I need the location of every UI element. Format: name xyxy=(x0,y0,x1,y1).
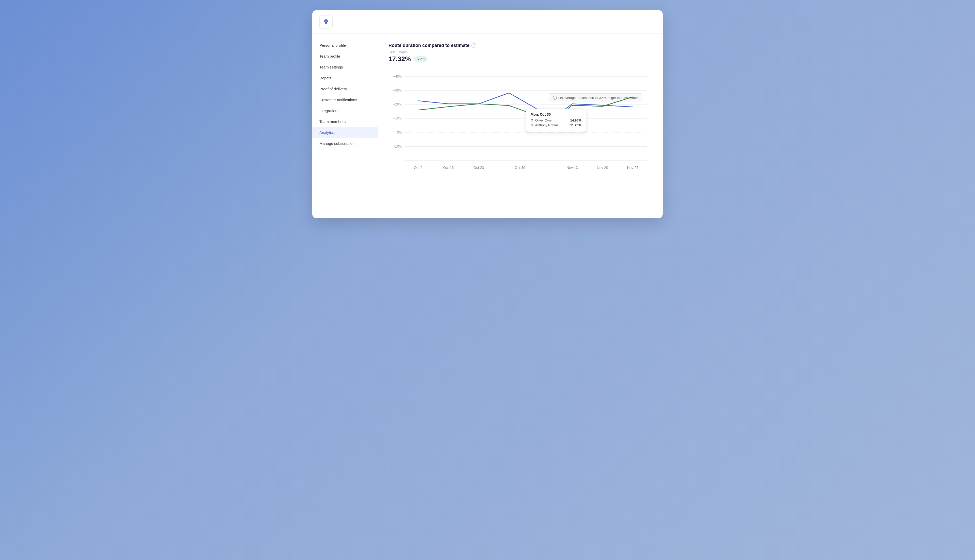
sidebar-item-team-profile[interactable]: Team profile xyxy=(312,51,378,62)
tooltip-name-green: Anthony Robins xyxy=(535,123,568,127)
green-line xyxy=(418,97,633,121)
sidebar-item-depots[interactable]: Depots xyxy=(312,73,378,83)
sidebar-item-manage-subscription[interactable]: Manage subscription xyxy=(312,138,378,149)
metric-badge: ↘ 2% xyxy=(414,56,427,62)
svg-text:Nov 27: Nov 27 xyxy=(627,166,639,170)
svg-text:Nov 13: Nov 13 xyxy=(567,166,578,170)
metric-value: 17,32% xyxy=(388,55,411,63)
top-bar xyxy=(312,10,663,34)
tooltip-val-green: 11.26% xyxy=(570,123,582,127)
svg-text:Oct 16: Oct 16 xyxy=(443,166,454,170)
tooltip-date: Mon, Oct 30 xyxy=(531,112,582,117)
svg-text:Oct 23: Oct 23 xyxy=(473,166,484,170)
sidebar-item-customer-notifications[interactable]: Customer notifications xyxy=(312,94,378,105)
chart-hover-tooltip: Mon, Oct 30 Oliver Owen 14.96% Anthony R… xyxy=(526,108,586,132)
svg-text:Nov 20: Nov 20 xyxy=(597,166,608,170)
blue-line xyxy=(418,93,633,118)
svg-text:-10%: -10% xyxy=(394,144,402,148)
chart-svg: +40% +30% +20% +10% 0% -10% Oct 9 Oct 16 xyxy=(388,68,652,175)
svg-text:+20%: +20% xyxy=(393,102,403,106)
chart-wrapper: +40% +30% +20% +10% 0% -10% Oct 9 Oct 16 xyxy=(388,68,652,175)
tooltip-name-blue: Oliver Owen xyxy=(535,118,568,122)
svg-text:Oct 9: Oct 9 xyxy=(414,166,423,170)
content-area: Route duration compared to estimate i La… xyxy=(378,34,663,218)
svg-text:+10%: +10% xyxy=(393,116,403,120)
logo-box[interactable] xyxy=(319,15,333,28)
chart-section: Route duration compared to estimate i La… xyxy=(388,43,652,175)
location-icon xyxy=(323,19,329,25)
chart-title: Route duration compared to estimate xyxy=(388,43,470,48)
svg-text:0%: 0% xyxy=(397,130,403,134)
main-layout: Personal profile Team profile Team setti… xyxy=(312,34,663,218)
svg-text:+40%: +40% xyxy=(393,74,403,78)
svg-text:+30%: +30% xyxy=(393,88,403,92)
sidebar: Personal profile Team profile Team setti… xyxy=(312,34,378,218)
app-container: Personal profile Team profile Team setti… xyxy=(312,10,663,218)
sidebar-item-personal-profile[interactable]: Personal profile xyxy=(312,40,378,51)
tooltip-val-blue: 14.96% xyxy=(570,118,582,122)
chart-period-label: Last 3 month xyxy=(388,50,652,54)
tooltip-dot-blue xyxy=(531,119,533,122)
sidebar-item-team-settings[interactable]: Team settings xyxy=(312,62,378,73)
sidebar-item-team-members[interactable]: Team members xyxy=(312,116,378,127)
sidebar-item-integrations[interactable]: Integrations xyxy=(312,105,378,116)
svg-text:Oct 30: Oct 30 xyxy=(515,166,525,170)
chart-header: Route duration compared to estimate i xyxy=(388,43,652,48)
tooltip-row-green: Anthony Robins 11.26% xyxy=(531,123,582,127)
sidebar-item-proof-of-delivery[interactable]: Proof of delivery xyxy=(312,83,378,94)
tooltip-dot-green xyxy=(531,124,533,126)
metric-row: 17,32% ↘ 2% xyxy=(388,55,652,63)
chart-info-icon[interactable]: i xyxy=(472,43,476,48)
sidebar-item-analytics[interactable]: Analytics xyxy=(312,127,378,138)
chart-container-wrapper: i On average, routes took 17.32% longer … xyxy=(388,68,652,175)
tooltip-row-blue: Oliver Owen 14.96% xyxy=(531,118,582,122)
